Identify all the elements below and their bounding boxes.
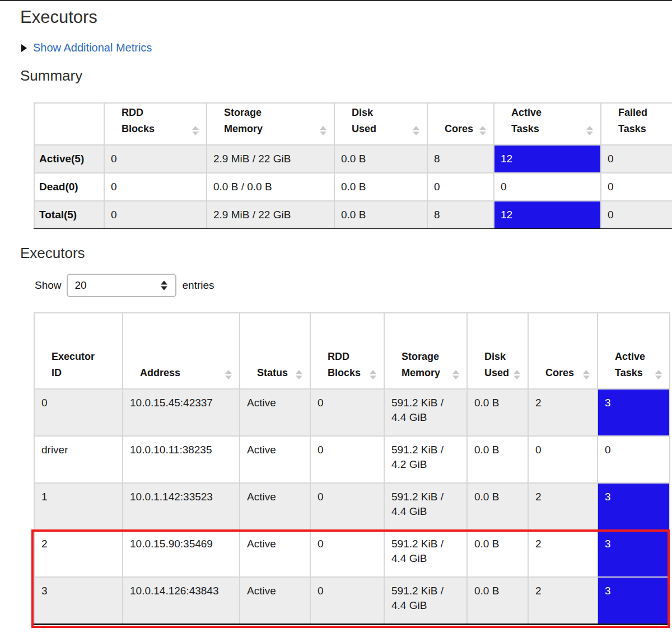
cell-address: 10.0.15.45:42337 <box>123 389 240 436</box>
cell-cores: 0 <box>528 436 598 483</box>
window-top-edge <box>0 0 672 1</box>
cell-disk-used: 0.0 B <box>334 145 427 173</box>
sort-icon <box>320 126 326 135</box>
exec-col-storage-memory[interactable]: Storage Memory <box>384 313 467 389</box>
exec-col-cores[interactable]: Cores <box>528 313 598 389</box>
cell-cores: 2 <box>528 389 598 436</box>
show-additional-metrics-link[interactable]: Show Additional Metrics <box>33 41 152 54</box>
cell-executor-id: 0 <box>34 389 123 436</box>
cell-storage-memory: 0.0 B / 0.0 B <box>207 173 334 201</box>
cell-active-tasks: 0 <box>598 436 670 483</box>
cell-cores: 0 <box>427 173 494 201</box>
cell-cores: 8 <box>427 201 494 229</box>
exec-col-rdd-blocks[interactable]: RDD Blocks <box>310 313 384 389</box>
cell-rdd-blocks: 0 <box>104 201 207 229</box>
cell-status: Active <box>240 389 310 436</box>
cell-storage-memory: 2.9 MiB / 22 GiB <box>207 201 334 229</box>
summary-col-label <box>34 103 104 145</box>
cell-rdd-blocks: 0 <box>310 530 384 577</box>
summary-col-failed-tasks[interactable]: Failed Tasks <box>601 103 672 145</box>
cell-executor-id: 1 <box>34 483 123 530</box>
cell-rdd-blocks: 0 <box>104 145 207 173</box>
cell-executor-id: 2 <box>34 530 123 577</box>
cell-status: Active <box>240 530 310 577</box>
entries-label: entries <box>183 279 214 292</box>
exec-col-status[interactable]: Status <box>240 313 310 389</box>
sort-icon <box>192 126 199 135</box>
cell-disk-used: 0.0 B <box>467 530 528 577</box>
cell-active-tasks-highlighted: 3 <box>598 389 670 436</box>
cell-rdd-blocks: 0 <box>104 173 207 201</box>
cell-failed-tasks: 0 <box>601 201 672 229</box>
entries-select-value: 20 <box>75 279 87 292</box>
cell-cores: 2 <box>528 483 598 530</box>
cell-executor-id: 3 <box>34 577 123 624</box>
executors-heading: Executors <box>20 245 85 262</box>
cell-failed-tasks: 0 <box>601 145 672 173</box>
cell-rdd-blocks: 0 <box>310 483 384 530</box>
sort-icon <box>655 370 662 379</box>
cell-disk-used: 0.0 B <box>334 173 427 201</box>
sort-icon <box>514 370 520 379</box>
cell-storage-memory: 591.2 KiB / 4.4 GiB <box>384 577 467 624</box>
sort-icon <box>583 370 590 379</box>
summary-col-rdd-blocks[interactable]: RDD Blocks <box>104 103 207 145</box>
cell-cores: 8 <box>427 145 494 173</box>
cell-active-tasks-highlighted: 12 <box>494 201 601 229</box>
summary-header-row: RDD Blocks Storage Memory Disk Used Core… <box>34 103 672 145</box>
sort-icon <box>479 126 486 135</box>
cell-storage-memory: 591.2 KiB / 4.4 GiB <box>384 483 467 530</box>
cell-status: Active <box>240 483 310 530</box>
executor-row-3: 3 10.0.14.126:43843 Active 0 591.2 KiB /… <box>34 577 670 624</box>
summary-table: RDD Blocks Storage Memory Disk Used Core… <box>34 102 672 229</box>
executor-row-0: 0 10.0.15.45:42337 Active 0 591.2 KiB / … <box>34 389 670 436</box>
executor-row-driver: driver 10.0.10.11:38235 Active 0 591.2 K… <box>34 436 670 483</box>
summary-row-total: Total(5) 0 2.9 MiB / 22 GiB 0.0 B 8 12 0 <box>34 201 672 229</box>
executor-row-2: 2 10.0.15.90:35469 Active 0 591.2 KiB / … <box>34 530 670 577</box>
cell-status: Active <box>240 436 310 483</box>
cell-disk-used: 0.0 B <box>334 201 427 229</box>
sort-icon <box>225 370 232 379</box>
cell-storage-memory: 2.9 MiB / 22 GiB <box>207 145 334 173</box>
cell-active-tasks-highlighted: 3 <box>598 530 670 577</box>
cell-failed-tasks: 0 <box>601 173 672 201</box>
row-label: Total(5) <box>34 201 104 229</box>
cell-disk-used: 0.0 B <box>467 436 528 483</box>
show-additional-metrics-toggle[interactable]: Show Additional Metrics <box>21 41 152 54</box>
sort-icon <box>413 126 419 135</box>
summary-col-active-tasks[interactable]: Active Tasks <box>494 103 601 145</box>
executors-header-row: Executor ID Address Status RDD Blocks St… <box>34 313 670 389</box>
select-arrows-icon <box>161 281 167 290</box>
executors-table-container: Executor ID Address Status RDD Blocks St… <box>34 312 672 625</box>
entries-select[interactable]: 20 <box>67 274 176 297</box>
sort-icon <box>370 370 376 379</box>
cell-cores: 2 <box>528 577 598 624</box>
cell-storage-memory: 591.2 KiB / 4.4 GiB <box>384 389 467 436</box>
exec-col-address[interactable]: Address <box>123 313 240 389</box>
row-label: Dead(0) <box>34 173 104 201</box>
sort-icon <box>296 370 302 379</box>
cell-rdd-blocks: 0 <box>310 389 384 436</box>
summary-col-cores[interactable]: Cores <box>427 103 494 145</box>
summary-heading: Summary <box>20 67 82 85</box>
cell-status: Active <box>240 577 310 624</box>
summary-col-disk-used[interactable]: Disk Used <box>334 103 427 145</box>
cell-executor-id: driver <box>34 436 123 483</box>
cell-storage-memory: 591.2 KiB / 4.4 GiB <box>384 530 467 577</box>
expand-triangle-icon <box>21 44 27 52</box>
cell-active-tasks-highlighted: 3 <box>598 483 670 530</box>
cell-disk-used: 0.0 B <box>467 389 528 436</box>
summary-col-storage-memory[interactable]: Storage Memory <box>207 103 334 145</box>
summary-table-container: RDD Blocks Storage Memory Disk Used Core… <box>34 102 672 229</box>
sort-icon <box>452 370 459 379</box>
entries-control: Show 20 entries <box>35 274 214 297</box>
exec-col-disk-used[interactable]: Disk Used <box>467 313 528 389</box>
exec-col-executor-id[interactable]: Executor ID <box>34 313 123 389</box>
exec-col-active-tasks[interactable]: Active Tasks <box>598 313 670 389</box>
cell-address: 10.0.1.142:33523 <box>123 483 240 530</box>
cell-storage-memory: 591.2 KiB / 4.2 GiB <box>384 436 467 483</box>
cell-active-tasks-highlighted: 3 <box>598 577 670 624</box>
cell-address: 10.0.10.11:38235 <box>123 436 240 483</box>
summary-row-dead: Dead(0) 0 0.0 B / 0.0 B 0.0 B 0 0 0 <box>34 173 672 201</box>
show-label: Show <box>35 279 62 292</box>
